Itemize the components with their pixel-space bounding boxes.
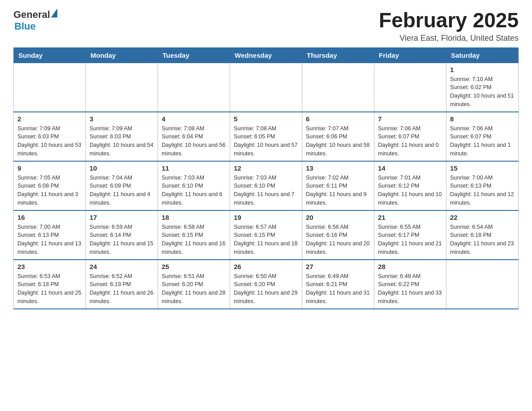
day-of-week-sunday: Sunday xyxy=(14,47,86,63)
day-info: Sunrise: 6:50 AM Sunset: 6:20 PM Dayligh… xyxy=(234,272,298,306)
calendar-cell: 21Sunrise: 6:55 AM Sunset: 6:17 PM Dayli… xyxy=(374,210,446,260)
day-number: 2 xyxy=(17,115,82,123)
calendar-cell: 16Sunrise: 7:00 AM Sunset: 6:13 PM Dayli… xyxy=(14,210,86,260)
calendar-cell xyxy=(230,63,302,112)
day-info: Sunrise: 7:04 AM Sunset: 6:09 PM Dayligh… xyxy=(90,174,154,207)
calendar-cell xyxy=(86,63,158,112)
calendar-cell xyxy=(302,63,374,112)
day-of-week-saturday: Saturday xyxy=(446,47,519,63)
calendar-cell: 28Sunrise: 6:48 AM Sunset: 6:22 PM Dayli… xyxy=(374,260,446,309)
day-info: Sunrise: 7:03 AM Sunset: 6:10 PM Dayligh… xyxy=(234,174,298,207)
day-info: Sunrise: 7:00 AM Sunset: 6:13 PM Dayligh… xyxy=(450,174,515,207)
calendar-body: 1Sunrise: 7:10 AM Sunset: 6:02 PM Daylig… xyxy=(14,63,519,309)
day-number: 22 xyxy=(450,214,515,221)
title-area: February 2025 Viera East, Florida, Unite… xyxy=(379,9,519,43)
calendar-cell: 12Sunrise: 7:03 AM Sunset: 6:10 PM Dayli… xyxy=(230,161,302,210)
calendar-cell: 19Sunrise: 6:57 AM Sunset: 6:15 PM Dayli… xyxy=(230,210,302,260)
calendar-cell: 18Sunrise: 6:58 AM Sunset: 6:15 PM Dayli… xyxy=(158,210,230,260)
day-number: 25 xyxy=(162,263,226,270)
day-info: Sunrise: 6:55 AM Sunset: 6:17 PM Dayligh… xyxy=(378,223,442,257)
logo-triangle-icon xyxy=(51,9,57,17)
calendar-cell: 23Sunrise: 6:53 AM Sunset: 6:18 PM Dayli… xyxy=(14,260,86,309)
calendar-cell: 3Sunrise: 7:09 AM Sunset: 6:03 PM Daylig… xyxy=(86,112,158,161)
day-info: Sunrise: 6:51 AM Sunset: 6:20 PM Dayligh… xyxy=(162,272,226,306)
week-row-4: 23Sunrise: 6:53 AM Sunset: 6:18 PM Dayli… xyxy=(14,260,519,309)
calendar-cell: 2Sunrise: 7:09 AM Sunset: 6:03 PM Daylig… xyxy=(14,112,86,161)
day-number: 14 xyxy=(378,164,442,172)
month-title: February 2025 xyxy=(379,9,519,32)
logo-general-text: General xyxy=(13,9,50,21)
day-info: Sunrise: 7:09 AM Sunset: 6:03 PM Dayligh… xyxy=(90,124,154,158)
week-row-0: 1Sunrise: 7:10 AM Sunset: 6:02 PM Daylig… xyxy=(14,63,519,112)
day-of-week-thursday: Thursday xyxy=(302,47,374,63)
day-number: 20 xyxy=(306,214,370,221)
day-number: 5 xyxy=(234,115,298,123)
day-number: 9 xyxy=(17,164,82,172)
day-info: Sunrise: 6:52 AM Sunset: 6:19 PM Dayligh… xyxy=(90,272,154,306)
calendar-cell xyxy=(446,260,519,309)
calendar-cell: 8Sunrise: 7:06 AM Sunset: 6:07 PM Daylig… xyxy=(446,112,519,161)
day-info: Sunrise: 7:01 AM Sunset: 6:12 PM Dayligh… xyxy=(378,174,442,207)
day-number: 24 xyxy=(90,263,154,270)
calendar-cell: 7Sunrise: 7:06 AM Sunset: 6:07 PM Daylig… xyxy=(374,112,446,161)
calendar-cell xyxy=(158,63,230,112)
day-number: 10 xyxy=(90,164,154,172)
calendar-cell: 6Sunrise: 7:07 AM Sunset: 6:06 PM Daylig… xyxy=(302,112,374,161)
day-info: Sunrise: 6:57 AM Sunset: 6:15 PM Dayligh… xyxy=(234,223,298,257)
week-row-3: 16Sunrise: 7:00 AM Sunset: 6:13 PM Dayli… xyxy=(14,210,519,260)
day-number: 1 xyxy=(450,66,515,73)
day-number: 4 xyxy=(162,115,226,123)
week-row-2: 9Sunrise: 7:05 AM Sunset: 6:08 PM Daylig… xyxy=(14,161,519,210)
day-info: Sunrise: 7:02 AM Sunset: 6:11 PM Dayligh… xyxy=(306,174,370,207)
calendar-cell: 22Sunrise: 6:54 AM Sunset: 6:18 PM Dayli… xyxy=(446,210,519,260)
day-info: Sunrise: 6:48 AM Sunset: 6:22 PM Dayligh… xyxy=(378,272,442,306)
calendar-cell: 1Sunrise: 7:10 AM Sunset: 6:02 PM Daylig… xyxy=(446,63,519,112)
calendar-cell: 14Sunrise: 7:01 AM Sunset: 6:12 PM Dayli… xyxy=(374,161,446,210)
day-number: 6 xyxy=(306,115,370,123)
calendar-cell: 24Sunrise: 6:52 AM Sunset: 6:19 PM Dayli… xyxy=(86,260,158,309)
day-info: Sunrise: 6:53 AM Sunset: 6:18 PM Dayligh… xyxy=(17,272,82,306)
week-row-1: 2Sunrise: 7:09 AM Sunset: 6:03 PM Daylig… xyxy=(14,112,519,161)
calendar-cell xyxy=(14,63,86,112)
day-number: 21 xyxy=(378,214,442,221)
location-text: Viera East, Florida, United States xyxy=(379,34,519,43)
day-of-week-tuesday: Tuesday xyxy=(158,47,230,63)
day-info: Sunrise: 7:08 AM Sunset: 6:04 PM Dayligh… xyxy=(162,124,226,158)
calendar-cell: 17Sunrise: 6:59 AM Sunset: 6:14 PM Dayli… xyxy=(86,210,158,260)
day-number: 19 xyxy=(234,214,298,221)
day-number: 23 xyxy=(17,263,82,270)
day-info: Sunrise: 7:05 AM Sunset: 6:08 PM Dayligh… xyxy=(17,174,82,207)
day-info: Sunrise: 6:58 AM Sunset: 6:15 PM Dayligh… xyxy=(162,223,226,257)
day-number: 28 xyxy=(378,263,442,270)
day-info: Sunrise: 7:10 AM Sunset: 6:02 PM Dayligh… xyxy=(450,75,515,109)
day-number: 3 xyxy=(90,115,154,123)
calendar-cell: 9Sunrise: 7:05 AM Sunset: 6:08 PM Daylig… xyxy=(14,161,86,210)
day-info: Sunrise: 6:59 AM Sunset: 6:14 PM Dayligh… xyxy=(90,223,154,257)
logo-blue-text: Blue xyxy=(14,21,36,32)
day-info: Sunrise: 7:00 AM Sunset: 6:13 PM Dayligh… xyxy=(17,223,82,257)
logo: General Blue xyxy=(13,9,57,32)
day-info: Sunrise: 7:07 AM Sunset: 6:06 PM Dayligh… xyxy=(306,124,370,158)
calendar-cell: 13Sunrise: 7:02 AM Sunset: 6:11 PM Dayli… xyxy=(302,161,374,210)
day-info: Sunrise: 7:08 AM Sunset: 6:05 PM Dayligh… xyxy=(234,124,298,158)
day-number: 8 xyxy=(450,115,515,123)
calendar-header: SundayMondayTuesdayWednesdayThursdayFrid… xyxy=(14,47,519,63)
day-number: 16 xyxy=(17,214,82,221)
day-of-week-monday: Monday xyxy=(86,47,158,63)
day-number: 11 xyxy=(162,164,226,172)
day-number: 12 xyxy=(234,164,298,172)
calendar-cell: 11Sunrise: 7:03 AM Sunset: 6:10 PM Dayli… xyxy=(158,161,230,210)
day-number: 17 xyxy=(90,214,154,221)
page-header: General Blue February 2025 Viera East, F… xyxy=(13,9,519,43)
calendar-cell: 4Sunrise: 7:08 AM Sunset: 6:04 PM Daylig… xyxy=(158,112,230,161)
day-info: Sunrise: 6:49 AM Sunset: 6:21 PM Dayligh… xyxy=(306,272,370,306)
day-number: 18 xyxy=(162,214,226,221)
calendar-cell: 27Sunrise: 6:49 AM Sunset: 6:21 PM Dayli… xyxy=(302,260,374,309)
days-of-week-row: SundayMondayTuesdayWednesdayThursdayFrid… xyxy=(14,47,519,63)
day-number: 15 xyxy=(450,164,515,172)
day-info: Sunrise: 7:06 AM Sunset: 6:07 PM Dayligh… xyxy=(378,124,442,158)
day-number: 26 xyxy=(234,263,298,270)
day-info: Sunrise: 6:54 AM Sunset: 6:18 PM Dayligh… xyxy=(450,223,515,257)
calendar-cell xyxy=(374,63,446,112)
calendar-cell: 20Sunrise: 6:56 AM Sunset: 6:16 PM Dayli… xyxy=(302,210,374,260)
